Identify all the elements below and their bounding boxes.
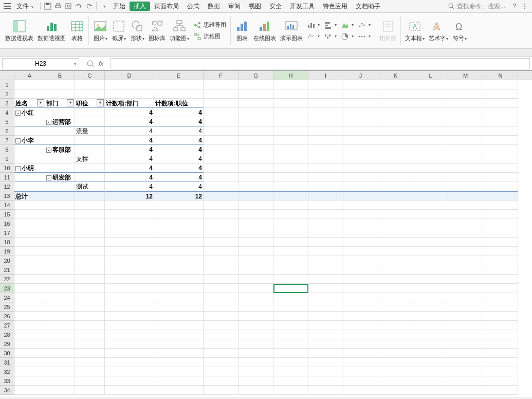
cell[interactable] (483, 117, 518, 126)
cell[interactable]: 4 (105, 154, 154, 164)
col-header-J[interactable]: J (343, 71, 378, 80)
cell[interactable] (75, 228, 105, 238)
cell[interactable]: 职位▾ (75, 99, 105, 108)
cell[interactable] (204, 349, 239, 358)
redo-icon[interactable] (84, 1, 94, 11)
more-icon[interactable]: ⋮ (520, 1, 530, 11)
cell[interactable]: 测试 (75, 182, 105, 191)
spark-winloss-button[interactable]: ▾ (324, 31, 337, 42)
cell[interactable]: 4 (154, 145, 204, 154)
cell[interactable] (308, 99, 343, 108)
cell[interactable] (448, 117, 483, 126)
tab-6[interactable]: 视图 (245, 2, 265, 11)
cell[interactable] (239, 228, 273, 238)
cell[interactable] (413, 293, 448, 302)
picture-button[interactable]: 图片▾ (91, 18, 109, 43)
cell[interactable] (343, 321, 378, 330)
cell[interactable] (45, 256, 75, 265)
cell[interactable] (105, 321, 154, 330)
cell[interactable] (413, 145, 448, 154)
cell[interactable] (343, 302, 378, 312)
cell[interactable] (448, 265, 483, 275)
cell[interactable] (154, 386, 204, 395)
cell[interactable] (75, 219, 105, 228)
cell[interactable] (343, 386, 378, 395)
cell[interactable] (483, 145, 518, 154)
cell[interactable] (308, 173, 343, 182)
flowchart-button[interactable]: 流程图 (193, 31, 226, 42)
cell[interactable] (343, 191, 378, 201)
cell[interactable] (273, 349, 308, 358)
cell[interactable] (273, 312, 308, 321)
cell[interactable] (204, 89, 239, 99)
cell[interactable] (45, 386, 75, 395)
cell[interactable] (343, 201, 378, 210)
cell[interactable] (378, 339, 413, 349)
col-header-F[interactable]: F (204, 71, 239, 80)
cell[interactable] (154, 228, 204, 238)
cell[interactable] (378, 210, 413, 219)
cell[interactable] (413, 99, 448, 108)
cell[interactable]: 4 (105, 182, 154, 191)
col-header-I[interactable]: I (308, 71, 343, 80)
cell[interactable] (413, 219, 448, 228)
cell[interactable] (204, 376, 239, 386)
cell[interactable] (45, 108, 75, 117)
cell[interactable] (154, 376, 204, 386)
cell[interactable] (239, 136, 273, 145)
cell[interactable] (75, 293, 105, 302)
cell[interactable] (105, 256, 154, 265)
cell[interactable] (343, 136, 378, 145)
cell[interactable] (105, 330, 154, 339)
cell[interactable] (308, 330, 343, 339)
collapse-icon[interactable]: - (15, 166, 21, 171)
spark-scatter-button[interactable]: ▾ (358, 20, 371, 30)
cell[interactable] (204, 182, 239, 191)
cell[interactable] (448, 89, 483, 99)
icons-button[interactable]: 图标库 (146, 18, 168, 43)
row-header-7[interactable]: 7 (0, 136, 14, 145)
cell[interactable]: 4 (105, 145, 154, 154)
cell[interactable] (273, 256, 308, 265)
cell[interactable] (378, 265, 413, 275)
cell[interactable] (14, 89, 45, 99)
cell[interactable] (343, 376, 378, 386)
tab-7[interactable]: 安全 (265, 2, 286, 11)
cell[interactable] (483, 164, 518, 173)
cell[interactable] (154, 349, 204, 358)
cell[interactable] (45, 89, 75, 99)
cell[interactable] (105, 89, 154, 99)
cell[interactable] (483, 173, 518, 182)
cell[interactable] (483, 330, 518, 339)
print-icon[interactable] (53, 1, 63, 11)
cell[interactable] (105, 201, 154, 210)
cell[interactable] (14, 302, 45, 312)
cell[interactable] (308, 302, 343, 312)
cell[interactable] (448, 386, 483, 395)
cell[interactable] (239, 108, 273, 117)
cell[interactable] (45, 126, 75, 136)
cell[interactable] (483, 228, 518, 238)
cell[interactable] (308, 293, 343, 302)
cell[interactable] (105, 302, 154, 312)
cell[interactable] (483, 108, 518, 117)
col-header-D[interactable]: D (105, 71, 154, 80)
row-header-22[interactable]: 22 (0, 275, 14, 284)
cell[interactable] (14, 265, 45, 275)
collapse-icon[interactable]: - (15, 111, 21, 116)
cell[interactable] (75, 117, 105, 126)
cell[interactable] (239, 339, 273, 349)
cell[interactable] (14, 321, 45, 330)
cell[interactable] (273, 302, 308, 312)
cell[interactable] (448, 312, 483, 321)
cell[interactable] (273, 293, 308, 302)
cell[interactable] (448, 247, 483, 256)
row-header-9[interactable]: 9 (0, 154, 14, 164)
cell[interactable] (483, 238, 518, 247)
cell[interactable] (308, 145, 343, 154)
cell[interactable] (14, 117, 45, 126)
cell[interactable] (343, 339, 378, 349)
save-icon[interactable] (43, 1, 53, 11)
cell[interactable] (448, 80, 483, 89)
cell[interactable] (483, 99, 518, 108)
